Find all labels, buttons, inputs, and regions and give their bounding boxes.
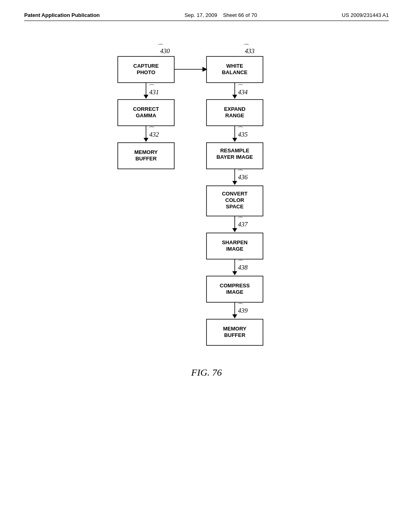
svg-text:⌒: ⌒ [236, 126, 243, 133]
svg-text:IMAGE: IMAGE [226, 246, 244, 252]
text-memory-buffer-left: MEMORY [134, 149, 158, 155]
svg-text:⌒: ⌒ [147, 126, 154, 133]
text-correct-gamma: CORRECT [133, 106, 159, 112]
sheet: Sheet 66 of 70 [223, 12, 257, 18]
svg-text:SPACE: SPACE [226, 204, 244, 210]
flowchart-svg: 430 ⌒ CAPTURE PHOTO 431 ⌒ CORRECT GAMMA … [86, 41, 327, 464]
svg-text:COLOR: COLOR [225, 197, 245, 203]
svg-marker-2 [144, 95, 148, 99]
svg-marker-22 [232, 181, 237, 185]
svg-text:⌒: ⌒ [236, 84, 243, 91]
svg-marker-14 [232, 95, 237, 99]
svg-marker-27 [232, 228, 237, 232]
page: Patent Application Publication Sep. 17, … [0, 0, 413, 532]
svg-text:BALANCE: BALANCE [222, 69, 248, 75]
svg-text:⌒: ⌒ [156, 44, 163, 50]
page-header: Patent Application Publication Sep. 17, … [24, 12, 389, 21]
figure-caption: FIG. 76 [191, 367, 222, 378]
date-sheet: Sep. 17, 2009 Sheet 66 of 70 [184, 12, 257, 18]
svg-text:BAYER IMAGE: BAYER IMAGE [217, 154, 253, 160]
text-compress-image: COMPRESS [220, 283, 250, 289]
text-white-balance: WHITE [226, 63, 243, 69]
text-convert-color-space: CONVERT [222, 191, 248, 197]
text-memory-buffer-right: MEMORY [223, 326, 246, 332]
date: Sep. 17, 2009 [184, 12, 217, 18]
publication-label: Patent Application Publication [24, 12, 100, 18]
svg-text:⌒: ⌒ [236, 216, 243, 223]
diagram-area: 430 ⌒ CAPTURE PHOTO 431 ⌒ CORRECT GAMMA … [24, 37, 389, 464]
svg-marker-35 [232, 314, 237, 318]
svg-text:PHOTO: PHOTO [137, 69, 155, 75]
svg-marker-18 [232, 138, 237, 142]
svg-text:⌒: ⌒ [236, 169, 243, 176]
svg-text:⌒: ⌒ [236, 303, 243, 310]
patent-number: US 2009/231443 A1 [342, 12, 389, 18]
svg-text:⌒: ⌒ [147, 84, 154, 91]
svg-marker-31 [232, 271, 237, 275]
svg-text:BUFFER: BUFFER [136, 156, 157, 162]
svg-text:IMAGE: IMAGE [226, 289, 244, 295]
svg-text:⌒: ⌒ [242, 44, 249, 50]
svg-text:BUFFER: BUFFER [224, 332, 246, 338]
svg-text:GAMMA: GAMMA [136, 112, 156, 118]
text-expand-range: EXPAND [224, 106, 245, 112]
svg-text:RANGE: RANGE [225, 112, 244, 118]
text-capture-photo: CAPTURE [133, 63, 159, 69]
text-sharpen-image: SHARPEN [222, 239, 248, 245]
svg-marker-6 [144, 138, 148, 142]
svg-text:⌒: ⌒ [236, 260, 243, 266]
text-resample-bayer: RESAMPLE [220, 148, 250, 154]
